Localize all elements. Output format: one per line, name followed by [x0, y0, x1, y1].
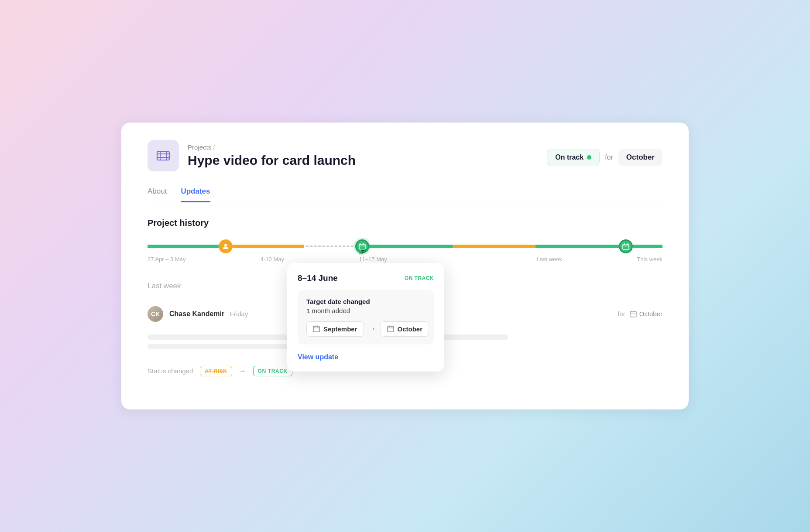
- popup-date-row: September → October: [306, 321, 425, 337]
- popup-date-range: 8–14 June: [298, 273, 338, 283]
- status-changed-label: Status changed: [148, 367, 193, 375]
- month-badge: October: [618, 149, 662, 166]
- popup-status-badge: ON TRACK: [405, 275, 434, 281]
- popup-change-card: Target date changed 1 month added Septem…: [298, 290, 434, 344]
- update-month-chip: October: [630, 310, 662, 317]
- calendar-icon-active: [359, 243, 366, 250]
- breadcrumb-separator: /: [213, 143, 215, 151]
- main-card: Projects / Hype video for card launch On…: [121, 123, 689, 409]
- timeline-popup: 8–14 June ON TRACK Target date changed 1…: [287, 263, 444, 372]
- view-update-link[interactable]: View update: [298, 353, 338, 361]
- status-dot-icon: [587, 155, 591, 160]
- timeline-label-5: Last week: [536, 256, 562, 263]
- breadcrumb-label[interactable]: Projects: [188, 143, 211, 151]
- timeline-label-1: 27 Apr – 3 May: [148, 256, 185, 263]
- header: Projects / Hype video for card launch On…: [148, 140, 662, 171]
- update-for-label: for: [618, 310, 625, 317]
- svg-point-5: [224, 244, 227, 246]
- svg-rect-6: [359, 244, 365, 249]
- calendar-icon-to: [387, 325, 394, 332]
- timeline-node-person[interactable]: [219, 239, 233, 253]
- avatar-placeholder: CK: [148, 306, 163, 322]
- calendar-icon-update: [630, 310, 637, 317]
- update-right: for October: [618, 310, 662, 317]
- timeline-label-6: This week: [637, 256, 662, 263]
- breadcrumb: Projects /: [188, 143, 356, 151]
- person-icon: [222, 243, 229, 250]
- popup-change-subtitle: 1 month added: [306, 307, 425, 314]
- to-month-label: October: [398, 325, 423, 333]
- timeline-node-calendar-active[interactable]: ☞: [355, 239, 369, 253]
- timeline-track: ☞: [148, 240, 662, 252]
- timeline-wrapper: ☞ 27 Apr – 3 May 4-10 May: [148, 240, 662, 263]
- calendar-icon-end: [622, 243, 629, 250]
- status-arrow-icon: →: [239, 367, 246, 375]
- tabs-bar: About Updates: [148, 187, 662, 202]
- project-title: Hype video for card launch: [188, 153, 356, 168]
- section-title-history: Project history: [148, 218, 662, 228]
- from-month-label: September: [323, 325, 357, 333]
- seg-dotted-1: [306, 246, 354, 247]
- seg-orange-2: [453, 245, 536, 248]
- update-user-name: Chase Kandemir: [169, 310, 224, 317]
- film-icon: [155, 148, 171, 164]
- seg-orange-1: [233, 245, 304, 248]
- svg-rect-22: [630, 311, 636, 317]
- header-left: Projects / Hype video for card launch: [148, 140, 356, 171]
- tab-about-label: About: [148, 187, 167, 195]
- calendar-icon-from: [313, 325, 320, 332]
- seg-green-3: [535, 245, 619, 248]
- date-chip-from: September: [306, 321, 364, 337]
- tab-updates[interactable]: Updates: [181, 187, 210, 202]
- svg-rect-14: [313, 326, 319, 332]
- popup-header: 8–14 June ON TRACK: [298, 273, 434, 283]
- update-time: Friday: [230, 310, 248, 317]
- arrow-icon: →: [368, 324, 376, 334]
- seg-green-1: [148, 245, 219, 248]
- timeline-labels: 27 Apr – 3 May 4-10 May 11–17 May Last w…: [148, 256, 662, 263]
- svg-rect-18: [388, 326, 394, 332]
- seg-green-2: [369, 245, 453, 248]
- svg-rect-10: [623, 244, 629, 249]
- seg-green-4: [633, 245, 662, 248]
- badge-on-track: ON TRACK: [253, 366, 292, 376]
- date-chip-to: October: [381, 321, 429, 337]
- popup-change-title: Target date changed: [306, 298, 425, 305]
- svg-rect-0: [157, 151, 169, 160]
- status-badge: On track: [547, 149, 600, 166]
- header-right: On track for October: [547, 149, 662, 166]
- timeline-label-2: 4-10 May: [261, 256, 284, 263]
- for-label: for: [605, 153, 613, 161]
- project-icon: [148, 140, 179, 171]
- timeline-label-3: 11–17 May: [359, 256, 387, 263]
- badge-at-risk: AT RISK: [200, 366, 232, 376]
- tab-updates-label: Updates: [181, 187, 210, 195]
- status-label: On track: [555, 153, 583, 161]
- update-info: Chase Kandemir Friday: [169, 310, 248, 318]
- tab-about[interactable]: About: [148, 187, 167, 202]
- timeline-node-calendar-end[interactable]: [619, 239, 633, 253]
- header-titles: Projects / Hype video for card launch: [188, 143, 356, 168]
- avatar: CK: [148, 306, 163, 322]
- update-month-label: October: [639, 310, 662, 317]
